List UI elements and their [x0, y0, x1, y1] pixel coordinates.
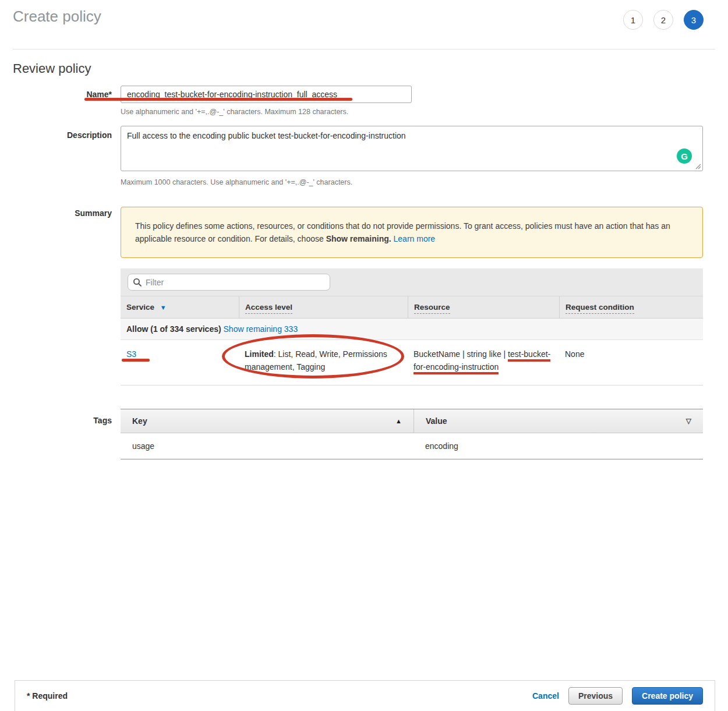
- table-row: usage encoding: [121, 433, 703, 459]
- resize-handle-icon[interactable]: [695, 164, 701, 169]
- allow-group-row: Allow (1 of 334 services) Show remaining…: [121, 319, 703, 340]
- chevron-down-icon: ▼: [160, 304, 167, 311]
- create-policy-button[interactable]: Create policy: [632, 687, 703, 705]
- cancel-button[interactable]: Cancel: [532, 691, 559, 701]
- summary-row: Summary This policy defines some actions…: [13, 207, 715, 258]
- services-table: Service ▼ Access level Resource Request …: [121, 268, 703, 385]
- services-table-header: Service ▼ Access level Resource Request …: [121, 296, 703, 319]
- summary-warning-box: This policy defines some actions, resour…: [121, 207, 703, 258]
- access-level-value: Limited: List, Read, Write, Permissions …: [245, 348, 394, 373]
- tags-table-header: Key ▲ Value ▽: [121, 409, 703, 433]
- description-textarea-wrap: Full access to the encoding public bucke…: [121, 126, 703, 171]
- step-2-indicator: 2: [653, 10, 673, 30]
- page-title: Create policy: [13, 8, 101, 26]
- sort-descending-icon[interactable]: ▽: [686, 417, 691, 425]
- column-header-value[interactable]: Value ▽: [414, 409, 703, 433]
- description-label: Description: [13, 126, 112, 187]
- name-helper-text: Use alphanumeric and '+=,.@-_' character…: [121, 108, 703, 116]
- summary-warning-bold: Show remaining.: [326, 234, 391, 243]
- services-filter-input[interactable]: [128, 274, 330, 291]
- tag-key-value: usage: [121, 433, 414, 459]
- description-helper-text: Maximum 1000 characters. Use alphanumeri…: [121, 178, 703, 187]
- column-header-request-condition[interactable]: Request condition: [559, 296, 703, 318]
- allow-group-label: Allow (1 of 334 services): [126, 324, 221, 334]
- grammarly-icon[interactable]: G: [677, 148, 692, 164]
- description-row: Description Full access to the encoding …: [13, 126, 715, 187]
- wizard-steps: 1 2 3: [623, 10, 704, 30]
- search-icon: [133, 278, 142, 287]
- column-header-service[interactable]: Service ▼: [121, 296, 239, 318]
- services-section: Service ▼ Access level Resource Request …: [13, 268, 715, 385]
- services-filter-bar: [121, 268, 703, 296]
- resource-value: BucketName | string like | test-bucket-f…: [408, 348, 559, 373]
- table-row: S3 Limited: List, Read, Write, Permissio…: [121, 340, 703, 385]
- column-header-key[interactable]: Key ▲: [121, 409, 414, 433]
- column-header-resource[interactable]: Resource: [408, 296, 559, 318]
- review-policy-heading: Review policy: [13, 61, 715, 76]
- summary-label: Summary: [13, 207, 112, 258]
- step-1-indicator: 1: [623, 10, 643, 30]
- tags-label: Tags: [13, 409, 112, 459]
- column-header-access-level[interactable]: Access level: [239, 296, 408, 318]
- footer-action-bar: * Required Cancel Previous Create policy: [15, 680, 715, 711]
- policy-description-textarea[interactable]: Full access to the encoding public bucke…: [121, 126, 702, 171]
- tags-table: Key ▲ Value ▽ usage encoding: [121, 409, 703, 459]
- policy-name-input[interactable]: [121, 86, 412, 103]
- show-remaining-link[interactable]: Show remaining 333: [224, 324, 298, 334]
- service-s3-link[interactable]: S3: [126, 349, 136, 359]
- page-header: Create policy 1 2 3: [13, 0, 715, 49]
- step-3-indicator: 3: [684, 10, 704, 30]
- name-row: Name* Use alphanumeric and '+=,.@-_' cha…: [13, 86, 715, 116]
- name-label: Name*: [13, 86, 112, 116]
- required-note: * Required: [27, 691, 68, 701]
- tags-section: Tags Key ▲ Value ▽ usage encoding: [13, 409, 715, 459]
- learn-more-link[interactable]: Learn more: [394, 234, 436, 243]
- request-condition-value: None: [559, 348, 703, 373]
- sort-ascending-icon[interactable]: ▲: [395, 418, 402, 425]
- previous-button[interactable]: Previous: [568, 687, 623, 705]
- tag-value-value: encoding: [414, 433, 703, 459]
